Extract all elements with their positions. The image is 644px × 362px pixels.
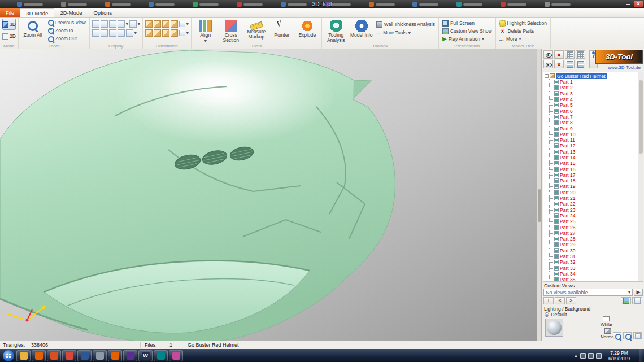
mode-3d-button[interactable]: 3D [2,19,16,30]
tree-part-label[interactable]: Part 5 [560,102,573,108]
tree-part-label[interactable]: Part 24 [560,213,575,219]
start-button[interactable] [3,350,14,361]
zoom-all-button[interactable]: Zoom All [21,19,45,42]
orientation-dropdown2-icon[interactable]: ▾ [186,30,189,36]
display-dropdown-icon[interactable]: ▾ [126,21,128,27]
hide-selected-button[interactable] [543,60,553,68]
tree-part-label[interactable]: Part 3 [560,91,573,97]
tree-part-row[interactable]: Part 32 [545,259,637,265]
display-background-icon[interactable] [118,29,125,37]
wall-thickness-button[interactable]: Wall Thickness Analysis [375,20,436,28]
tree-part-label[interactable]: Part 12 [560,143,575,149]
tree-part-label[interactable]: Part 16 [560,167,575,172]
view-front-icon[interactable] [145,20,153,28]
tree-scrollbar-thumb[interactable] [639,80,643,154]
tree-part-row[interactable]: Part 25 [545,219,637,224]
tree-part-row[interactable]: Part 35 [545,277,637,282]
tree-part-label[interactable]: Part 21 [560,195,575,201]
view-top-icon[interactable] [145,29,153,37]
tree-part-label[interactable]: Part 17 [560,172,575,178]
tree-root-row[interactable]: − Go Buster Red Helmet [545,73,637,79]
zoom-out-button[interactable]: − Zoom Out [46,35,87,42]
view-bottom-icon[interactable] [154,29,161,37]
tree-part-row[interactable]: Part 10 [545,132,637,137]
previous-view-nav-button[interactable]: < [555,297,565,304]
tree-part-row[interactable]: Part 8 [545,120,637,125]
lighting-default-option[interactable]: Default [545,312,567,317]
display-grid-icon[interactable] [126,29,133,37]
show-all-button[interactable] [543,50,553,59]
apply-view-button[interactable]: ▶ [634,289,643,296]
zoom-in-button[interactable]: + Zoom In [46,27,87,34]
background-white-option[interactable]: White [601,316,612,327]
tree-part-row[interactable]: Part 17 [545,172,637,178]
tree-part-row[interactable]: Part 5 [545,102,637,108]
align-button[interactable]: Align ▾ [194,19,217,42]
tree-part-label[interactable]: Part 19 [560,184,575,189]
custom-view-show-button[interactable]: Custom View Show [441,28,493,35]
view-back-icon[interactable] [154,20,161,28]
tree-part-row[interactable]: Part 2 [545,85,637,90]
tree-part-row[interactable]: Part 18 [545,178,637,184]
tree-part-label[interactable]: Part 4 [560,97,573,102]
tree-part-label[interactable]: Part 7 [560,114,573,120]
layers2-button[interactable] [576,60,585,68]
tree-part-row[interactable]: Part 12 [545,143,637,149]
radio-default[interactable] [545,312,549,317]
tree-part-label[interactable]: Part 13 [560,149,575,155]
tree-part-row[interactable]: Part 3 [545,91,637,97]
tree-part-label[interactable]: Part 31 [560,254,575,259]
tray-network-icon[interactable] [580,353,586,359]
taskbar-app-button[interactable] [77,350,92,361]
tree-part-row[interactable]: Part 6 [545,108,637,114]
tree-part-row[interactable]: Part 19 [545,184,637,189]
measure-markup-button[interactable]: Measure Markup [245,19,268,42]
lighting-sphere-preview[interactable] [545,319,563,337]
next-view-nav-button[interactable]: > [566,297,576,304]
close-button[interactable]: × [634,1,643,7]
3d-viewport[interactable] [0,49,537,341]
taskbar-app-button[interactable] [108,350,122,361]
tree-part-label[interactable]: Part 14 [560,155,575,160]
tree-part-label[interactable]: Part 11 [560,137,575,143]
tree-part-row[interactable]: Part 4 [545,97,637,102]
tray-volume-icon[interactable] [588,353,594,359]
play-animation-button[interactable]: ▶ Play Animation ▾ [441,35,493,42]
tab-options[interactable]: Options [88,8,118,17]
tree-part-row[interactable]: Part 11 [545,137,637,143]
tree-part-row[interactable]: Part 1 [545,79,637,85]
tree-part-row[interactable]: Part 21 [545,195,637,201]
taskbar-app-button[interactable] [154,350,168,361]
tray-expand-icon[interactable]: ▲ [574,354,578,357]
panel-settings-button[interactable] [633,332,642,339]
tree-part-row[interactable]: Part 16 [545,166,637,172]
tab-3d-mode[interactable]: 3D-Mode [20,8,54,17]
tree-part-label[interactable]: Part 29 [560,242,575,247]
view-settings-button[interactable] [632,297,642,304]
tree-scrollbar[interactable] [638,72,643,281]
tab-2d-mode[interactable]: 2D-Mode [54,8,88,17]
tooling-analysis-button[interactable]: Tooling Analysis [324,19,348,42]
tree-part-label[interactable]: Part 6 [560,108,573,114]
previous-view-button[interactable]: Previous View [46,19,87,26]
delete-selected-button[interactable]: × [554,50,564,59]
minimize-button[interactable] [624,1,633,7]
taskbar-app-button[interactable]: W [138,350,153,361]
cross-section-button[interactable]: Cross Section [219,19,243,42]
more-tools-button[interactable]: … More Tools ▾ [375,29,436,37]
tree-part-label[interactable]: Part 27 [560,230,575,236]
tree-part-label[interactable]: Part 20 [560,190,575,195]
display-edges-icon[interactable] [118,20,125,28]
tree-part-label[interactable]: Part 22 [560,201,575,207]
mode-2d-button[interactable]: 2D [2,30,16,42]
tree-expander-icon[interactable]: − [545,74,549,78]
tree-part-label[interactable]: Part 1 [560,79,573,85]
rotate-ccw-icon[interactable] [179,30,185,36]
tree-part-label[interactable]: Part 32 [560,259,575,265]
custom-views-dropdown[interactable]: No views available ▾ [543,289,633,296]
tree-part-row[interactable]: Part 24 [545,213,637,219]
model-info-button[interactable]: Model Info [350,19,373,42]
taskbar-app-button[interactable] [16,350,31,361]
collapse-tree-button[interactable] [576,50,585,59]
view-dimetric-icon[interactable] [171,29,178,37]
